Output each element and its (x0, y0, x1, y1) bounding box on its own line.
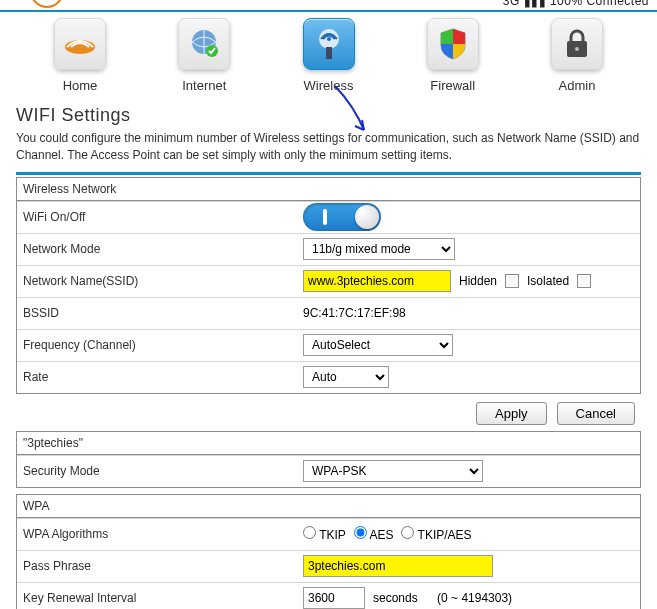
wpa-algo-row: WPA Algorithms TKIP AES TKIP/AES (17, 518, 640, 550)
connection-status: 3G ▮▮▮ 100% Connected (503, 0, 649, 9)
nav-firewall[interactable]: Firewall (403, 18, 503, 93)
nav-wireless[interactable]: Wireless (279, 18, 379, 93)
connected-label: Connected (586, 0, 649, 8)
isolated-checkbox[interactable] (577, 274, 591, 288)
page-title: WIFI Settings (16, 105, 641, 126)
main-nav: Home Internet Wi (0, 12, 657, 93)
network-type: 3G (503, 0, 520, 8)
wpa-heading: WPA (17, 495, 640, 518)
security-mode-select[interactable]: WPA-PSK (303, 460, 483, 482)
rate-select[interactable]: Auto (303, 366, 389, 388)
wpa-panel: WPA WPA Algorithms TKIP AES TKIP/AES Pas… (16, 494, 641, 609)
nav-admin-label: Admin (559, 78, 596, 93)
action-buttons: Apply Cancel (16, 400, 641, 431)
nav-internet[interactable]: Internet (154, 18, 254, 93)
nav-wireless-label: Wireless (304, 78, 354, 93)
security-mode-row: Security Mode WPA-PSK (17, 455, 640, 487)
isolated-label: Isolated (527, 274, 569, 288)
bssid-value: 9C:41:7C:17:EF:98 (303, 306, 406, 320)
network-mode-label: Network Mode (23, 242, 303, 256)
tkipaes-option[interactable]: TKIP/AES (401, 526, 471, 542)
security-heading: "3ptechies" (17, 432, 640, 455)
passphrase-input[interactable] (303, 555, 493, 577)
admin-icon (551, 18, 603, 70)
ssid-row: Network Name(SSID) Hidden Isolated (17, 265, 640, 297)
network-mode-row: Network Mode 11b/g mixed mode (17, 233, 640, 265)
security-panel: "3ptechies" Security Mode WPA-PSK (16, 431, 641, 488)
security-mode-label: Security Mode (23, 464, 303, 478)
firewall-icon (427, 18, 479, 70)
cancel-button[interactable]: Cancel (557, 402, 635, 425)
topbar: 3G ▮▮▮ 100% Connected (0, 0, 657, 12)
wifi-toggle[interactable] (303, 203, 381, 231)
nav-home[interactable]: Home (30, 18, 130, 93)
page-description: You could configure the minimum number o… (16, 130, 641, 164)
key-renewal-label: Key Renewal Interval (23, 591, 303, 605)
home-icon (54, 18, 106, 70)
key-renewal-input[interactable] (303, 587, 365, 609)
wireless-icon (303, 18, 355, 70)
wireless-network-heading: Wireless Network (17, 178, 640, 201)
renewal-range: (0 ~ 4194303) (437, 591, 512, 605)
rate-row: Rate Auto (17, 361, 640, 393)
svg-point-4 (327, 37, 331, 41)
rate-label: Rate (23, 370, 303, 384)
passphrase-label: Pass Phrase (23, 559, 303, 573)
svg-point-7 (575, 47, 579, 51)
key-renewal-row: Key Renewal Interval seconds (0 ~ 419430… (17, 582, 640, 609)
tkip-option[interactable]: TKIP (303, 526, 346, 542)
ssid-label: Network Name(SSID) (23, 274, 303, 288)
nav-admin[interactable]: Admin (527, 18, 627, 93)
wireless-network-panel: Wireless Network WiFi On/Off Network Mod… (16, 177, 641, 394)
divider (16, 172, 641, 175)
frequency-row: Frequency (Channel) AutoSelect (17, 329, 640, 361)
hidden-label: Hidden (459, 274, 497, 288)
hidden-checkbox[interactable] (505, 274, 519, 288)
passphrase-row: Pass Phrase (17, 550, 640, 582)
renewal-unit: seconds (373, 591, 418, 605)
wpa-algo-label: WPA Algorithms (23, 527, 303, 541)
bssid-row: BSSID 9C:41:7C:17:EF:98 (17, 297, 640, 329)
aes-option[interactable]: AES (354, 526, 394, 542)
frequency-label: Frequency (Channel) (23, 338, 303, 352)
svg-rect-5 (326, 47, 332, 59)
nav-firewall-label: Firewall (430, 78, 475, 93)
globe-icon (178, 18, 230, 70)
nav-internet-label: Internet (182, 78, 226, 93)
network-mode-select[interactable]: 11b/g mixed mode (303, 238, 455, 260)
bssid-label: BSSID (23, 306, 303, 320)
wifi-onoff-row: WiFi On/Off (17, 201, 640, 233)
frequency-select[interactable]: AutoSelect (303, 334, 453, 356)
signal-percent: 100% (550, 0, 583, 8)
ssid-input[interactable] (303, 270, 451, 292)
signal-icon: ▮▮▮ (524, 0, 547, 9)
apply-button[interactable]: Apply (476, 402, 547, 425)
nav-home-label: Home (63, 78, 98, 93)
wifi-onoff-label: WiFi On/Off (23, 210, 303, 224)
